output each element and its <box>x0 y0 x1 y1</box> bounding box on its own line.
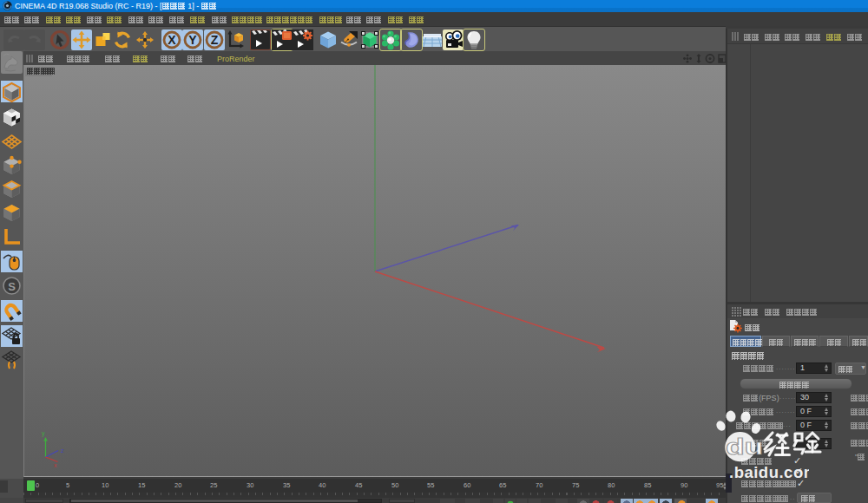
svg-text:X: X <box>168 33 176 47</box>
svg-text:z: z <box>61 447 64 454</box>
svg-text:y: y <box>42 430 45 437</box>
svg-text:x: x <box>54 462 57 468</box>
svg-text:S: S <box>8 280 16 293</box>
svg-text:Z: Z <box>211 33 219 47</box>
svg-text:Y: Y <box>188 33 197 47</box>
